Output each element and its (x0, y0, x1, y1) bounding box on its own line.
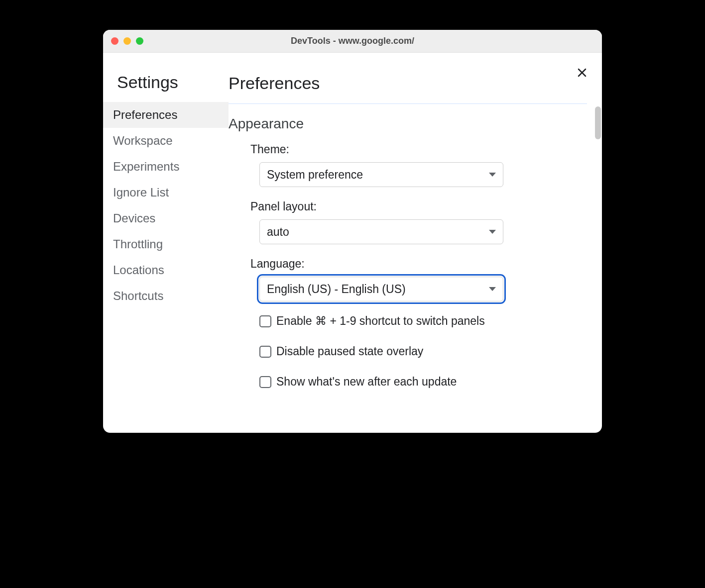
scrollbar-thumb[interactable] (595, 106, 601, 139)
checkbox-label: Enable ⌘ + 1-9 shortcut to switch panels (276, 314, 485, 328)
sidebar-item-experiments[interactable]: Experiments (103, 154, 229, 180)
language-select-wrap: English (US) - English (US) (259, 277, 503, 301)
sidebar-item-label: Shortcuts (113, 289, 163, 302)
sidebar-item-label: Workspace (113, 134, 173, 147)
theme-select[interactable]: System preference (259, 162, 503, 187)
language-select-value: English (US) - English (US) (267, 283, 406, 296)
checkbox-label: Disable paused state overlay (276, 345, 423, 358)
language-label: Language: (250, 257, 587, 271)
panel-layout-select[interactable]: auto (259, 219, 503, 244)
window-minimize-button[interactable] (123, 37, 131, 45)
sidebar-item-throttling[interactable]: Throttling (103, 231, 229, 257)
sidebar-item-ignore-list[interactable]: Ignore List (103, 180, 229, 205)
main-panel: Preferences Appearance Theme: System pre… (229, 53, 602, 433)
theme-select-wrap: System preference (259, 162, 503, 187)
content-area: Settings Preferences Workspace Experimen… (103, 53, 602, 433)
sidebar-item-label: Preferences (113, 108, 177, 121)
sidebar-item-shortcuts[interactable]: Shortcuts (103, 283, 229, 309)
sidebar-item-workspace[interactable]: Workspace (103, 128, 229, 154)
language-field: Language: English (US) - English (US) (229, 257, 587, 301)
sidebar-item-preferences[interactable]: Preferences (103, 102, 229, 128)
theme-select-value: System preference (267, 168, 363, 182)
panel-layout-label: Panel layout: (250, 200, 587, 213)
sidebar-title: Settings (103, 73, 229, 102)
sidebar-item-label: Experiments (113, 160, 179, 173)
window-title: DevTools - www.google.com/ (291, 36, 414, 46)
window-close-button[interactable] (111, 37, 118, 45)
sidebar-item-devices[interactable]: Devices (103, 205, 229, 231)
checkbox-label: Show what's new after each update (276, 375, 457, 389)
traffic-lights (111, 37, 143, 45)
panel-layout-select-wrap: auto (259, 219, 503, 244)
checkbox-show-whats-new[interactable]: Show what's new after each update (229, 375, 587, 389)
checkbox-input[interactable] (259, 346, 271, 358)
checkbox-input[interactable] (259, 315, 271, 327)
preferences-content: Appearance Theme: System preference Pane… (229, 103, 587, 389)
theme-field: Theme: System preference (229, 143, 587, 187)
devtools-window: DevTools - www.google.com/ Settings Pref… (103, 30, 602, 433)
window-zoom-button[interactable] (136, 37, 143, 45)
page-title: Preferences (229, 74, 320, 93)
sidebar-item-locations[interactable]: Locations (103, 257, 229, 283)
panel-layout-select-value: auto (267, 225, 289, 239)
sidebar-item-label: Throttling (113, 237, 163, 251)
settings-sidebar: Settings Preferences Workspace Experimen… (103, 53, 229, 433)
sidebar-item-label: Devices (113, 211, 155, 225)
theme-label: Theme: (250, 143, 587, 156)
section-title-appearance: Appearance (229, 116, 587, 132)
language-select[interactable]: English (US) - English (US) (259, 277, 503, 301)
chevron-down-icon (489, 287, 496, 291)
chevron-down-icon (489, 230, 496, 234)
panel-layout-field: Panel layout: auto (229, 200, 587, 244)
checkbox-disable-paused-overlay[interactable]: Disable paused state overlay (229, 345, 587, 358)
sidebar-item-label: Ignore List (113, 186, 169, 199)
titlebar: DevTools - www.google.com/ (103, 30, 602, 53)
checkbox-input[interactable] (259, 376, 271, 388)
chevron-down-icon (489, 173, 496, 177)
checkbox-enable-shortcut[interactable]: Enable ⌘ + 1-9 shortcut to switch panels (229, 314, 587, 328)
sidebar-item-label: Locations (113, 263, 164, 277)
